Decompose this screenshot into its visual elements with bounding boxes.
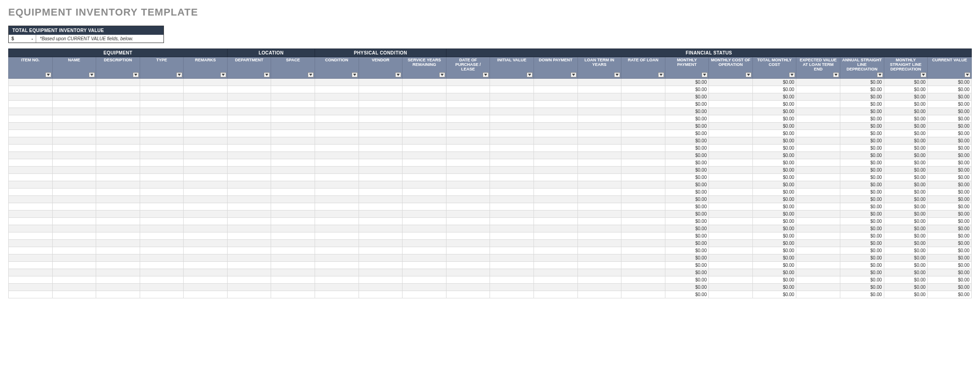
- cell-rate_loan[interactable]: [621, 195, 665, 203]
- cell-vendor[interactable]: [359, 115, 403, 122]
- cell-condition[interactable]: [315, 247, 359, 254]
- cell-space[interactable]: [271, 122, 315, 130]
- cell-department[interactable]: [227, 100, 271, 108]
- cell-initial_value[interactable]: [490, 173, 534, 181]
- cell-monthly_cost_op[interactable]: [709, 203, 753, 210]
- cell-date_purchase[interactable]: [446, 254, 490, 261]
- cell-annual_sl_dep[interactable]: $0.00: [840, 137, 884, 144]
- cell-type[interactable]: [140, 166, 184, 173]
- cell-expected_value_end[interactable]: [796, 210, 840, 217]
- cell-monthly_sl_dep[interactable]: $0.00: [884, 217, 928, 225]
- cell-department[interactable]: [227, 122, 271, 130]
- cell-name[interactable]: [52, 130, 96, 137]
- cell-remarks[interactable]: [184, 247, 228, 254]
- cell-initial_value[interactable]: [490, 291, 534, 298]
- cell-remarks[interactable]: [184, 203, 228, 210]
- cell-down_payment[interactable]: [534, 203, 577, 210]
- filter-dropdown-icon[interactable]: [789, 72, 795, 77]
- cell-date_purchase[interactable]: [446, 159, 490, 166]
- cell-description[interactable]: [96, 173, 140, 181]
- cell-monthly_cost_op[interactable]: [709, 137, 753, 144]
- cell-loan_term[interactable]: [577, 159, 621, 166]
- cell-down_payment[interactable]: [534, 166, 577, 173]
- cell-current_value[interactable]: $0.00: [928, 291, 972, 298]
- cell-down_payment[interactable]: [534, 86, 577, 93]
- cell-remarks[interactable]: [184, 144, 228, 151]
- cell-monthly_payment[interactable]: $0.00: [665, 203, 709, 210]
- cell-space[interactable]: [271, 115, 315, 122]
- cell-rate_loan[interactable]: [621, 261, 665, 269]
- cell-down_payment[interactable]: [534, 100, 577, 108]
- cell-monthly_sl_dep[interactable]: $0.00: [884, 188, 928, 195]
- cell-service_years[interactable]: [403, 100, 446, 108]
- cell-service_years[interactable]: [403, 181, 446, 188]
- cell-space[interactable]: [271, 283, 315, 291]
- cell-space[interactable]: [271, 188, 315, 195]
- cell-total_monthly_cost[interactable]: $0.00: [752, 225, 796, 232]
- cell-loan_term[interactable]: [577, 203, 621, 210]
- cell-item_no[interactable]: [9, 188, 53, 195]
- cell-initial_value[interactable]: [490, 144, 534, 151]
- cell-item_no[interactable]: [9, 78, 53, 86]
- cell-rate_loan[interactable]: [621, 122, 665, 130]
- cell-expected_value_end[interactable]: [796, 217, 840, 225]
- cell-current_value[interactable]: $0.00: [928, 130, 972, 137]
- cell-name[interactable]: [52, 188, 96, 195]
- cell-description[interactable]: [96, 276, 140, 283]
- cell-current_value[interactable]: $0.00: [928, 173, 972, 181]
- cell-expected_value_end[interactable]: [796, 225, 840, 232]
- cell-remarks[interactable]: [184, 210, 228, 217]
- cell-remarks[interactable]: [184, 93, 228, 100]
- cell-current_value[interactable]: $0.00: [928, 115, 972, 122]
- cell-condition[interactable]: [315, 210, 359, 217]
- cell-name[interactable]: [52, 115, 96, 122]
- cell-annual_sl_dep[interactable]: $0.00: [840, 239, 884, 247]
- cell-date_purchase[interactable]: [446, 137, 490, 144]
- cell-down_payment[interactable]: [534, 291, 577, 298]
- cell-item_no[interactable]: [9, 137, 53, 144]
- cell-monthly_cost_op[interactable]: [709, 78, 753, 86]
- cell-vendor[interactable]: [359, 166, 403, 173]
- cell-department[interactable]: [227, 225, 271, 232]
- cell-monthly_sl_dep[interactable]: $0.00: [884, 195, 928, 203]
- cell-monthly_sl_dep[interactable]: $0.00: [884, 254, 928, 261]
- cell-expected_value_end[interactable]: [796, 78, 840, 86]
- cell-type[interactable]: [140, 100, 184, 108]
- cell-initial_value[interactable]: [490, 239, 534, 247]
- cell-initial_value[interactable]: [490, 86, 534, 93]
- cell-condition[interactable]: [315, 276, 359, 283]
- cell-type[interactable]: [140, 115, 184, 122]
- cell-department[interactable]: [227, 291, 271, 298]
- cell-date_purchase[interactable]: [446, 247, 490, 254]
- cell-loan_term[interactable]: [577, 232, 621, 239]
- cell-rate_loan[interactable]: [621, 225, 665, 232]
- cell-condition[interactable]: [315, 217, 359, 225]
- cell-annual_sl_dep[interactable]: $0.00: [840, 247, 884, 254]
- cell-annual_sl_dep[interactable]: $0.00: [840, 254, 884, 261]
- cell-loan_term[interactable]: [577, 225, 621, 232]
- cell-down_payment[interactable]: [534, 108, 577, 115]
- cell-remarks[interactable]: [184, 291, 228, 298]
- cell-expected_value_end[interactable]: [796, 173, 840, 181]
- cell-initial_value[interactable]: [490, 254, 534, 261]
- cell-loan_term[interactable]: [577, 78, 621, 86]
- cell-service_years[interactable]: [403, 291, 446, 298]
- cell-description[interactable]: [96, 181, 140, 188]
- cell-current_value[interactable]: $0.00: [928, 217, 972, 225]
- cell-current_value[interactable]: $0.00: [928, 122, 972, 130]
- cell-monthly_cost_op[interactable]: [709, 181, 753, 188]
- cell-initial_value[interactable]: [490, 130, 534, 137]
- cell-current_value[interactable]: $0.00: [928, 283, 972, 291]
- cell-type[interactable]: [140, 254, 184, 261]
- filter-dropdown-icon[interactable]: [264, 72, 270, 77]
- cell-monthly_cost_op[interactable]: [709, 269, 753, 276]
- summary-value-cell[interactable]: $ -: [9, 35, 36, 43]
- cell-name[interactable]: [52, 217, 96, 225]
- cell-service_years[interactable]: [403, 159, 446, 166]
- cell-condition[interactable]: [315, 122, 359, 130]
- cell-type[interactable]: [140, 239, 184, 247]
- cell-item_no[interactable]: [9, 291, 53, 298]
- filter-dropdown-icon[interactable]: [746, 72, 751, 77]
- cell-loan_term[interactable]: [577, 93, 621, 100]
- cell-monthly_cost_op[interactable]: [709, 232, 753, 239]
